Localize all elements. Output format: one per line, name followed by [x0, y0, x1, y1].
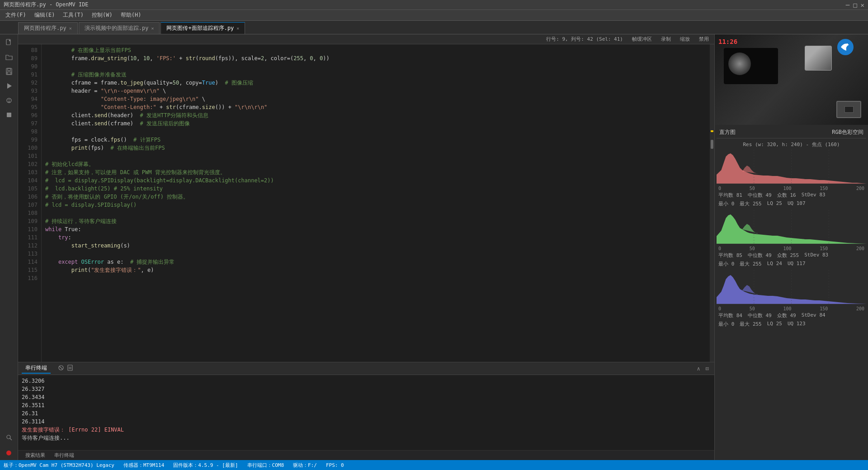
scroll-thumb[interactable] — [711, 140, 713, 149]
b-axis-150: 150 — [820, 306, 828, 311]
tab-3[interactable]: 网页图传+面部追踪程序.py ✕ — [160, 22, 245, 34]
tab-1-close[interactable]: ✕ — [69, 26, 72, 31]
r-axis-100: 100 — [783, 186, 791, 191]
g-axis-150: 150 — [820, 246, 828, 251]
b-max-label: 最大 255 — [740, 321, 762, 328]
buffer-label: 帧缓冲区 — [632, 36, 652, 43]
histogram-resolution: Res (w: 320, h: 240) - 焦点 (160) — [717, 140, 866, 150]
clear-icon[interactable] — [58, 365, 64, 372]
menu-tools[interactable]: 工具(T) — [59, 10, 87, 20]
scroll-marker — [711, 130, 713, 132]
r-stdev-label: StDev 83 — [802, 192, 826, 199]
svg-rect-8 — [7, 113, 11, 117]
tab-3-close[interactable]: ✕ — [236, 26, 239, 31]
output-line-6: 26.3114 — [22, 418, 711, 426]
panel-collapse-button[interactable]: ∧ — [697, 366, 700, 372]
g-uq-label: UQ 117 — [788, 261, 806, 267]
b-axis-200: 200 — [856, 306, 864, 311]
color-space-selector[interactable]: RGB色彩空间 — [832, 128, 863, 136]
g-median-label: 中位数 49 — [748, 252, 772, 259]
tab-bar: 网页图传程序.py ✕ 演示视频中的面部追踪.py ✕ 网页图传+面部追踪程序.… — [0, 21, 868, 34]
scroll-indicator[interactable] — [710, 44, 714, 362]
g-stdev-label: StDev 83 — [804, 252, 828, 259]
panel-expand-button[interactable]: ⊡ — [706, 366, 709, 372]
bottom-tab-search[interactable]: 搜索结果 — [22, 451, 49, 460]
svg-rect-13 — [68, 365, 72, 370]
sidebar-icon-stop[interactable] — [2, 109, 16, 121]
main-area: ● 行号: 9, 列号: 42 (Sel: 41) 帧缓冲区 录制 缩放 禁用 … — [0, 34, 868, 460]
sidebar-icon-file[interactable] — [2, 36, 16, 49]
menu-file[interactable]: 文件(F) — [2, 10, 30, 20]
r-axis-150: 150 — [820, 186, 828, 191]
b-median-label: 中位数 49 — [748, 312, 772, 319]
camera-logo — [836, 38, 854, 56]
svg-rect-2 — [8, 68, 10, 71]
close-button[interactable]: ✕ — [861, 1, 864, 9]
camera-bright-region — [728, 52, 751, 75]
histogram-title: 直方图 — [719, 128, 736, 136]
g-axis-0: 0 — [718, 246, 721, 251]
svg-point-17 — [846, 43, 848, 45]
bottom-panel: 串行终端 ∧ ⊡ 26.3206 26.3327 26.3434 — [18, 362, 714, 450]
g-min-label: 最小 0 — [718, 261, 734, 267]
g-axis-200: 200 — [856, 246, 864, 251]
app-title: 网页图传程序.py - OpenMV IDE — [4, 1, 89, 9]
r-stats: 平均数 81 中位数 49 众数 16 StDev 83 — [717, 191, 866, 199]
histogram-channel-b: 0 50 100 150 200 平均数 84 中位数 49 众数 49 StD… — [717, 270, 866, 328]
minimize-button[interactable]: ─ — [846, 1, 849, 9]
panel-tab-serial[interactable]: 串行终端 — [22, 363, 51, 374]
g-mode-label: 众数 255 — [777, 252, 799, 259]
g-axis-100: 100 — [783, 246, 791, 251]
tab-2-label: 演示视频中的面部追踪.py — [85, 24, 149, 32]
menu-help[interactable]: 帮助(H) — [117, 10, 145, 20]
g-lq-label: LQ 24 — [767, 261, 782, 267]
status-fps: FPS: 0 — [326, 462, 344, 468]
b-stats: 平均数 84 中位数 49 众数 49 StDev 84 — [717, 311, 866, 320]
status-firmware: 固件版本：4.5.9 - [最新] — [173, 462, 238, 469]
save-log-icon[interactable] — [67, 365, 73, 372]
menu-edit[interactable]: 编辑(E) — [31, 10, 59, 20]
r-axis-0: 0 — [718, 186, 721, 191]
r-uq-label: UQ 107 — [788, 200, 806, 207]
r-mean-label: 平均数 81 — [718, 192, 742, 199]
histogram-header: 直方图 RGB色彩空间 — [717, 127, 866, 138]
right-panel: 11:26 直方图 RGB色彩空间 Res (w: 320, h: 240) -… — [714, 34, 868, 460]
b-uq-label: UQ 123 — [788, 321, 806, 328]
tab-2-close[interactable]: ✕ — [151, 26, 154, 31]
menu-bar: 文件(F) 编辑(E) 工具(T) 控制(W) 帮助(H) — [0, 10, 868, 21]
bottom-tab-serial[interactable]: 串行终端 — [51, 451, 78, 460]
window-controls[interactable]: ─ □ ✕ — [846, 1, 864, 9]
sidebar-icon-zoom[interactable] — [2, 431, 16, 444]
sidebar-icon-run[interactable] — [2, 80, 16, 92]
disable-button[interactable]: 禁用 — [699, 36, 709, 43]
title-bar: 网页图传程序.py - OpenMV IDE ─ □ ✕ — [0, 0, 868, 10]
code-view[interactable]: 88 89 90 91 92 93 94 95 96 97 98 99 100 … — [18, 44, 714, 362]
camera-timestamp: 11:26 — [718, 38, 737, 45]
g-stats: 平均数 85 中位数 49 众数 255 StDev 83 — [717, 251, 866, 260]
tab-1[interactable]: 网页图传程序.py ✕ — [18, 22, 78, 34]
menu-control[interactable]: 控制(W) — [88, 10, 116, 20]
svg-marker-4 — [7, 83, 12, 89]
r-max-label: 最大 255 — [740, 200, 762, 207]
play-button[interactable]: 缩放 — [680, 36, 690, 43]
camera-monitor-object — [836, 101, 861, 118]
terminal-output: 26.3206 26.3327 26.3434 26.3511 26.31 26… — [18, 375, 714, 450]
b-min-label: 最小 0 — [718, 321, 734, 328]
sidebar-icon-folder[interactable] — [2, 51, 16, 63]
status-drive: 驱动：F:/ — [293, 462, 317, 469]
tab-2[interactable]: 演示视频中的面部追踪.py ✕ — [79, 22, 160, 34]
sidebar-icon-save[interactable] — [2, 65, 16, 78]
record-button[interactable]: 录制 — [661, 36, 671, 43]
r-lq-label: LQ 25 — [767, 200, 782, 207]
b-axis-0: 0 — [718, 306, 721, 311]
bottom-panel-tools — [58, 365, 73, 372]
tab-3-label: 网页图传+面部追踪程序.py — [166, 24, 234, 32]
camera-object2 — [805, 46, 832, 71]
camera-preview: 11:26 — [715, 34, 868, 125]
maximize-button[interactable]: □ — [853, 1, 857, 9]
code-editor[interactable]: # 在图像上显示当前FPS frame.draw_string(10, 10, … — [42, 44, 710, 362]
sidebar-icon-debug[interactable] — [2, 94, 16, 107]
status-bar: 板子：OpenMV Cam H7 (STM32H743) Legacy 传感器：… — [0, 460, 868, 470]
sidebar-icon-red-circle: ● — [2, 446, 16, 458]
tab-1-label: 网页图传程序.py — [24, 24, 66, 32]
